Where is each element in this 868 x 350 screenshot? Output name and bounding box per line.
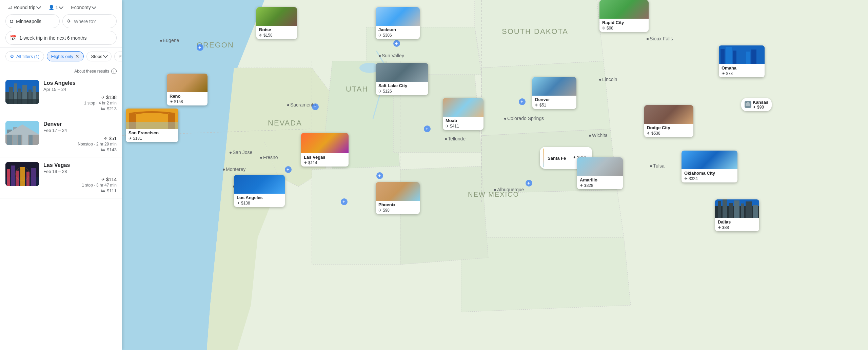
pin-price-dodge: ✈$538 xyxy=(644,131,693,137)
svg-text:Colorado Springs: Colorado Springs xyxy=(507,116,544,121)
map-pin-las-vegas[interactable]: Las Vegas ✈$114 xyxy=(301,133,349,167)
bed-icon-la: 🛏 xyxy=(101,106,105,111)
flight-icon-la: ✈ xyxy=(101,95,105,100)
person-icon: 👤 xyxy=(48,5,54,10)
pin-label-okc: Oklahoma City xyxy=(682,169,737,176)
left-panel: ⇄ Round trip 👤 1 Economy Minneapolis ✈ W xyxy=(0,0,122,350)
map-pin-omaha[interactable]: Omaha ✈$78 xyxy=(719,45,765,77)
svg-text:NEVADA: NEVADA xyxy=(268,119,302,127)
svg-point-42 xyxy=(287,104,289,106)
map-pin-rapid-city[interactable]: Rapid City ✈$98 xyxy=(599,0,649,32)
map-pin-reno[interactable]: Reno ✈$158 xyxy=(167,74,208,105)
pin-img-phoenix xyxy=(376,182,420,201)
pin-label-amarillo: Amarillo xyxy=(577,176,623,183)
map-pin-la-map[interactable]: Los Angeles ✈$138 xyxy=(234,175,285,207)
svg-rect-20 xyxy=(11,166,15,186)
svg-point-64 xyxy=(599,79,601,81)
pin-price-sf: ✈$181 xyxy=(126,136,178,142)
map-pin-amarillo[interactable]: Amarillo ✈$328 xyxy=(577,157,623,189)
pin-price-rapid-city: ✈$98 xyxy=(599,26,649,32)
map-pin-salt-lake[interactable]: Salt Lake City ✈$126 xyxy=(376,63,428,95)
passengers-chevron xyxy=(59,4,63,9)
result-dates-vegas: Feb 19 – 28 xyxy=(43,169,117,174)
pin-img-rapid-city xyxy=(599,0,649,19)
kansas-price: ✈$98 xyxy=(753,105,768,110)
map-pin-jackson[interactable]: Jackson ✈$306 xyxy=(376,7,420,39)
result-card-la[interactable]: Los Angeles Apr 15 – 24 ✈ $138 1 stop · … xyxy=(0,75,122,116)
svg-point-48 xyxy=(260,157,262,159)
result-price-row-la: ✈ $138 xyxy=(43,95,117,100)
trip-type-label: Round trip xyxy=(14,5,36,10)
destination-input[interactable]: ✈ Where to? xyxy=(62,14,117,28)
map-pin-phoenix[interactable]: Phoenix ✈$98 xyxy=(376,182,420,214)
pin-price-la-map: ✈$138 xyxy=(234,201,285,207)
pin-label-dallas: Dallas xyxy=(715,218,759,225)
class-selector[interactable]: Economy xyxy=(68,3,98,12)
pin-price-phoenix: ✈$98 xyxy=(376,208,420,214)
hotel-price-denver: $143 xyxy=(107,147,117,152)
map-pin-dodge[interactable]: Dodge City ✈$538 xyxy=(644,105,693,137)
flight-price-vegas: $114 xyxy=(106,177,117,182)
result-dates-la: Apr 15 – 24 xyxy=(43,87,117,92)
pin-label-rapid-city: Rapid City xyxy=(599,19,649,26)
result-hotel-row-denver: 🛏 $143 xyxy=(43,147,117,152)
passengers-selector[interactable]: 👤 1 xyxy=(46,3,66,12)
pin-label-las-vegas: Las Vegas xyxy=(301,153,349,160)
class-chevron xyxy=(92,4,96,9)
result-flight-details-vegas: 1 stop · 3 hr 47 min xyxy=(43,183,117,188)
map-pin-kansas[interactable]: Kansas ✈$98 xyxy=(741,98,772,111)
map-pin-boise[interactable]: Boise ✈$158 xyxy=(256,7,297,39)
svg-text:Albuquerque: Albuquerque xyxy=(497,187,524,192)
svg-text:SOUTH DAKOTA: SOUTH DAKOTA xyxy=(502,27,568,36)
pin-img-moab xyxy=(443,98,484,117)
flights-only-close-icon[interactable]: ✕ xyxy=(75,54,79,59)
pin-price-las-vegas: ✈$114 xyxy=(301,160,349,167)
pin-img-dodge xyxy=(644,105,693,124)
bed-icon-vegas: 🛏 xyxy=(101,188,105,193)
all-filters-button[interactable]: ⚙ All filters (1) xyxy=(5,51,44,61)
map-pin-okc[interactable]: Oklahoma City ✈$324 xyxy=(682,151,737,182)
trip-type-selector[interactable]: ⇄ Round trip xyxy=(5,3,43,12)
pin-price-boise: ✈$158 xyxy=(256,33,297,39)
origin-input[interactable]: Minneapolis xyxy=(5,14,60,28)
result-flight-details-la: 1 stop · 4 hr 2 min xyxy=(43,101,117,105)
result-price-row-denver: ✈ $51 xyxy=(43,136,117,141)
kansas-city-icon xyxy=(745,101,751,108)
svg-text:Monterey: Monterey xyxy=(226,167,245,172)
svg-text:Sun Valley: Sun Valley xyxy=(382,53,404,58)
pin-img-jackson xyxy=(376,7,420,26)
svg-text:+: + xyxy=(426,126,428,132)
map-pin-moab[interactable]: Moab ✈$411 xyxy=(443,98,484,130)
result-card-vegas[interactable]: Las Vegas Feb 19 – 28 ✈ $114 1 stop · 3 … xyxy=(0,157,122,198)
map-pin-sf[interactable]: San Francisco ✈$181 xyxy=(126,109,178,142)
svg-rect-107 xyxy=(718,201,721,218)
map-pin-dallas[interactable]: Dallas ✈$88 xyxy=(715,199,759,231)
svg-text:UTAH: UTAH xyxy=(346,85,368,93)
filters-row: ⚙ All filters (1) Flights only ✕ Stops P… xyxy=(0,48,122,65)
pin-img-las-vegas xyxy=(301,133,349,153)
pin-img-santa-fe xyxy=(543,149,544,167)
pin-label-boise: Boise xyxy=(256,26,297,33)
svg-rect-116 xyxy=(747,102,749,106)
result-card-denver[interactable]: Denver Feb 17 – 24 ✈ $51 Nonstop · 2 hr … xyxy=(0,116,122,157)
map-area[interactable]: OREGON NEVADA UTAH SOUTH DAKOTA NEW MEXI… xyxy=(122,0,868,350)
date-range-input[interactable]: 📅 1-week trip in the next 6 months xyxy=(5,31,117,45)
results-info-icon[interactable]: i xyxy=(111,69,117,74)
flight-icon-vegas: ✈ xyxy=(101,177,105,182)
svg-rect-24 xyxy=(31,168,36,186)
stops-filter[interactable]: Stops xyxy=(86,52,111,61)
svg-rect-91 xyxy=(126,122,178,129)
pin-price-dallas: ✈$88 xyxy=(715,225,759,231)
pin-label-salt-lake: Salt Lake City xyxy=(376,82,428,89)
flight-icon-denver: ✈ xyxy=(104,136,107,141)
result-city-denver: Denver xyxy=(43,121,117,127)
svg-point-60 xyxy=(494,189,496,191)
svg-point-58 xyxy=(504,118,506,120)
map-pin-denver-map[interactable]: Denver ✈$51 xyxy=(532,77,576,109)
price-filter[interactable]: Pr xyxy=(114,52,122,61)
flights-only-filter[interactable]: Flights only ✕ xyxy=(47,51,84,61)
result-city-la: Los Angeles xyxy=(43,80,117,86)
flight-price-denver: $51 xyxy=(109,136,117,141)
result-thumb-la xyxy=(5,80,39,104)
svg-text:+: + xyxy=(378,173,381,178)
